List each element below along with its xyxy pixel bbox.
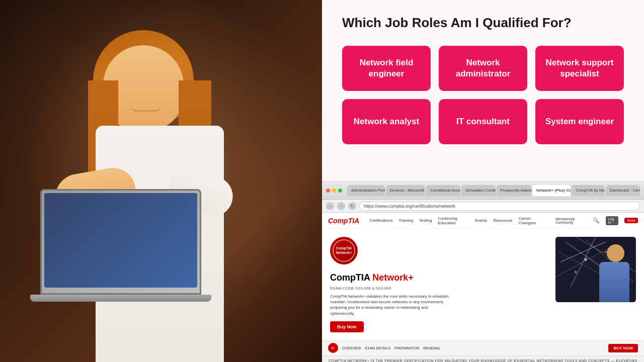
browser-tab-4[interactable]: Simulation Content...	[461, 185, 496, 196]
job-grid: Network field engineer Network administr…	[342, 46, 624, 144]
hero-person-body	[599, 262, 629, 302]
job-card-network-field-engineer[interactable]: Network field engineer	[342, 46, 431, 91]
hero-image	[555, 237, 636, 302]
job-card-network-analyst[interactable]: Network analyst	[342, 99, 431, 144]
job-card-network-support-specialist[interactable]: Network support specialist	[535, 46, 624, 91]
browser-refresh-button[interactable]: ↻	[348, 202, 356, 210]
nav-resources[interactable]: Resources	[493, 218, 512, 223]
comptia-navbar: CompTIA Certifications Training Testing …	[322, 213, 644, 229]
nav-membership[interactable]: Membership Community	[555, 217, 586, 224]
left-photo-panel	[0, 0, 322, 362]
bottom-nav-overview[interactable]: OVERVIEW	[342, 346, 361, 350]
hero-buy-button[interactable]: Buy Now	[330, 321, 364, 332]
hero-title: CompTIA Network+	[330, 273, 547, 283]
smile	[131, 106, 161, 112]
svg-point-10	[575, 271, 577, 274]
job-roles-section: Which Job Roles Am I Qualified For? Netw…	[322, 0, 644, 181]
job-card-network-administrator[interactable]: Network administrator	[439, 46, 527, 91]
nav-continuing-education[interactable]: Continuing Education	[438, 216, 468, 225]
browser-tab-3[interactable]: Conditional Access...	[426, 185, 460, 196]
nav-training[interactable]: Training	[398, 218, 413, 223]
nav-career-changers[interactable]: Career Changers	[519, 216, 544, 225]
hero-description: CompTIA Network+ validates the core skil…	[330, 294, 451, 316]
laptop-screen	[40, 189, 201, 295]
comptia-logo: CompTIA	[328, 217, 359, 225]
exam-code: EXAM CODE N10-008 & N10-009	[330, 286, 547, 291]
browser-forward-button[interactable]: ›	[337, 202, 345, 210]
bottom-badge-text: N+	[332, 346, 335, 349]
nav-events[interactable]: Events	[475, 218, 487, 223]
job-card-system-engineer[interactable]: System engineer	[535, 99, 624, 144]
browser-tab-7[interactable]: CompTIA by Netw...	[572, 185, 604, 196]
comptia-bottom-nav: N+ OVERVIEW EXAM DETAILS PREPARATION REN…	[322, 340, 644, 355]
browser-tab-8[interactable]: Dashboard - Certify...	[606, 185, 640, 196]
job-card-it-consultant[interactable]: IT consultant	[439, 99, 527, 144]
store-button[interactable]: Store	[624, 218, 638, 223]
browser-tab-1[interactable]: Administration Portals...	[347, 185, 385, 196]
browser-chrome: Administration Portals... Devices - Micr…	[322, 182, 644, 200]
maximize-window-button[interactable]	[338, 189, 342, 193]
right-panel: Which Job Roles Am I Qualified For? Netw…	[322, 0, 644, 362]
svg-point-8	[584, 258, 587, 261]
hero-title-suffix: Network+	[372, 273, 414, 283]
nav-search-icon[interactable]: 🔍	[593, 217, 600, 224]
browser-back-button[interactable]: ‹	[326, 202, 334, 210]
browser-address-bar[interactable]: https://www.comptia.org/certifications/n…	[359, 202, 640, 211]
hero-person	[599, 244, 632, 302]
bottom-nav-exam-details[interactable]: EXAM DETAILS	[365, 346, 390, 350]
bottom-nav-renewal[interactable]: RENEWAL	[423, 346, 440, 350]
comptia-hero: CompTIANetwork+ CompTIA Network+ EXAM CO…	[322, 229, 644, 340]
browser-tab-2[interactable]: Devices - Microsoft Intu...	[386, 185, 426, 196]
hero-content: CompTIANetwork+ CompTIA Network+ EXAM CO…	[330, 237, 547, 332]
browser-tab-bar: Administration Portals... Devices - Micr…	[347, 185, 640, 196]
page-title: Which Job Roles Am I Qualified For?	[342, 15, 624, 31]
bottom-bar-text: CompTIA Network+ is the premier certific…	[322, 355, 644, 362]
laptop-base	[30, 295, 211, 302]
nav-certifications[interactable]: Certifications	[369, 218, 392, 223]
browser-tab-5[interactable]: Frequently Asked Q...	[497, 185, 531, 196]
bottom-badge: N+	[328, 343, 338, 353]
comptia-page: CompTIA Certifications Training Testing …	[322, 213, 644, 362]
nav-testing[interactable]: Testing	[419, 218, 432, 223]
browser-tab-active[interactable]: Network+ (Plus) Certifi...	[532, 185, 571, 196]
badge-inner: CompTIANetwork+	[333, 239, 355, 262]
hero-person-head	[607, 244, 624, 262]
browser-section: Administration Portals... Devices - Micr…	[322, 181, 644, 362]
minimize-window-button[interactable]	[332, 189, 336, 193]
hero-title-prefix: CompTIA	[330, 273, 372, 283]
bottom-nav-preparation[interactable]: PREPARATION	[394, 346, 419, 350]
address-bar-row: ‹ › ↻ https://www.comptia.org/certificat…	[322, 200, 644, 213]
badge-text: CompTIANetwork+	[336, 246, 352, 255]
network-plus-badge: CompTIANetwork+	[330, 237, 358, 264]
bottom-buy-button[interactable]: BUY NOW	[608, 344, 638, 352]
login-button[interactable]: Log In	[606, 216, 619, 225]
browser-window-controls	[326, 189, 342, 193]
close-window-button[interactable]	[326, 189, 330, 193]
